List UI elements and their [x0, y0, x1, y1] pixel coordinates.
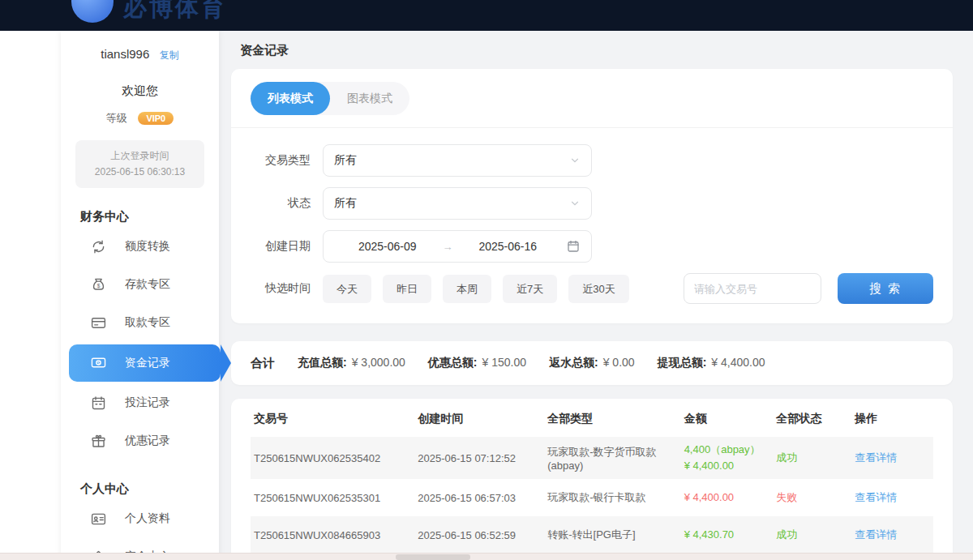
status-badge: 成功 [776, 528, 855, 542]
quick-today-button[interactable]: 今天 [323, 275, 371, 303]
sidebar-item-quota-transfer[interactable]: 额度转换 [61, 228, 219, 266]
vip-level-badge: VIP0 [138, 112, 174, 125]
transaction-time: 2025-06-15 07:12:52 [418, 452, 547, 464]
date-from-value[interactable]: 2025-06-09 [334, 240, 441, 253]
transaction-amount: ¥ 4,430.70 [684, 527, 777, 543]
exchange-icon [90, 238, 107, 255]
transaction-id: T250615NWUX084665903 [251, 529, 418, 541]
transaction-type: 玩家取款-银行卡取款 [547, 490, 684, 505]
status-value: 所有 [334, 196, 357, 211]
date-range-picker[interactable]: 2025-06-09 → 2025-06-16 [323, 230, 592, 263]
sidebar-item-label: 投注记录 [125, 395, 170, 410]
transaction-time: 2025-06-15 06:52:59 [418, 529, 547, 541]
divider [231, 127, 953, 128]
section-personal-title: 个人中心 [80, 481, 219, 497]
col-header-type[interactable]: 全部类型 [547, 412, 684, 426]
table-row: T250615NWUX062535402 2025-06-15 07:12:52… [251, 437, 933, 479]
summary-bar: 合计 充值总额: ¥ 3,000.00 优惠总额: ¥ 150.00 返水总额:… [231, 341, 953, 385]
level-label: 等级 [106, 112, 127, 124]
last-login-label: 上次登录时间 [79, 147, 201, 164]
transaction-type-select[interactable]: 所有 [323, 144, 592, 177]
transaction-id: T250615NWUX062535402 [251, 452, 418, 464]
main-content: 资金记录 列表模式 图表模式 交易类型 所有 [219, 31, 973, 560]
col-header-amount: 金额 [684, 412, 777, 426]
scrollbar-thumb[interactable] [396, 554, 470, 560]
transaction-id: T250615NWUX062535301 [251, 492, 418, 504]
welcome-text: 欢迎您 [61, 83, 219, 99]
summary-promo-total: 优惠总额: ¥ 150.00 [428, 356, 526, 370]
quick-yesterday-button[interactable]: 昨日 [383, 275, 431, 303]
status-label: 状态 [251, 196, 311, 211]
table-row: T250615NWUX084665903 2025-06-15 06:52:59… [251, 516, 933, 554]
sidebar-item-bet-record[interactable]: 投注记录 [61, 384, 219, 422]
sidebar-item-label: 资金记录 [125, 356, 170, 370]
bank-card-icon [90, 314, 107, 331]
last-login-box: 上次登录时间 2025-06-15 06:30:13 [75, 140, 204, 188]
sidebar-item-funds-record[interactable]: $ 资金记录 [69, 344, 221, 382]
sidebar-item-promo-record[interactable]: 优惠记录 [61, 422, 219, 460]
copy-username-button[interactable]: 复制 [160, 49, 179, 61]
col-header-time: 创建时间 [418, 412, 547, 426]
transaction-amount: 4,400（abpay） ¥ 4,400.00 [684, 442, 777, 474]
brand-logo-icon[interactable] [71, 0, 114, 23]
transaction-search-input[interactable] [684, 273, 821, 304]
summary-deposit-total: 充值总额: ¥ 3,000.00 [298, 356, 405, 370]
sidebar-item-profile[interactable]: 个人资料 [61, 500, 219, 538]
banknote-icon: $ [90, 354, 107, 371]
chevron-down-icon [569, 198, 581, 209]
search-button[interactable]: 搜 索 [838, 273, 933, 304]
quick-7days-button[interactable]: 近7天 [503, 275, 557, 303]
summary-rebate-total: 返水总额: ¥ 0.00 [549, 356, 635, 370]
last-login-time: 2025-06-15 06:30:13 [79, 164, 201, 180]
view-details-link[interactable]: 查看详情 [855, 451, 897, 464]
summary-withdraw-total: 提现总额: ¥ 4,400.00 [658, 356, 765, 370]
tab-list-mode[interactable]: 列表模式 [251, 82, 330, 115]
filter-card: 列表模式 图表模式 交易类型 所有 状态 所有 [231, 69, 953, 323]
summary-total-label: 合计 [251, 356, 275, 371]
transaction-time: 2025-06-15 06:57:03 [418, 492, 547, 504]
sidebar-item-withdraw[interactable]: 取款专区 [61, 304, 219, 342]
sidebar-item-label: 存款专区 [125, 277, 170, 292]
status-badge: 成功 [776, 451, 855, 465]
transaction-type-value: 所有 [334, 153, 357, 168]
status-select[interactable]: 所有 [323, 187, 592, 220]
transaction-type: 玩家取款-数字货币取款 (abpay) [547, 445, 684, 472]
table-row: T250615NWUX062535301 2025-06-15 06:57:03… [251, 479, 933, 516]
sidebar-item-label: 取款专区 [125, 315, 170, 330]
status-badge: 失败 [776, 490, 855, 505]
transaction-type-label: 交易类型 [251, 153, 311, 168]
date-to-value[interactable]: 2025-06-16 [455, 240, 562, 253]
transaction-type: 转账-转出[PG电子] [547, 528, 684, 542]
svg-text:$: $ [97, 283, 101, 289]
view-mode-tabs: 列表模式 图表模式 [251, 82, 409, 115]
calendar-icon [566, 239, 581, 254]
view-details-link[interactable]: 查看详情 [855, 528, 897, 541]
top-header: 必博体育 [0, 0, 973, 31]
col-header-id: 交易号 [251, 412, 418, 426]
quick-this-week-button[interactable]: 本周 [443, 275, 491, 303]
sidebar-item-label: 优惠记录 [125, 434, 170, 448]
horizontal-scrollbar[interactable] [0, 553, 973, 560]
sidebar: tiansl996 复制 欢迎您 等级 VIP0 上次登录时间 2025-06-… [61, 31, 219, 560]
transaction-amount: ¥ 4,400.00 [684, 489, 777, 506]
section-finance-title: 财务中心 [80, 209, 219, 224]
tab-chart-mode[interactable]: 图表模式 [330, 82, 409, 115]
calendar-icon [90, 395, 107, 412]
chevron-down-icon [569, 155, 581, 166]
quick-30days-button[interactable]: 近30天 [568, 275, 628, 303]
money-bag-icon: $ [90, 276, 107, 293]
id-card-icon [90, 511, 107, 528]
col-header-status[interactable]: 全部状态 [776, 412, 855, 426]
arrow-right-icon: → [441, 241, 455, 253]
page-title: 资金记录 [219, 31, 973, 69]
records-table: 交易号 创建时间 全部类型 金额 全部状态 操作 T250615NWUX0625… [231, 399, 953, 560]
sidebar-item-label: 个人资料 [125, 511, 170, 526]
app-window: 必博体育 tiansl996 复制 欢迎您 等级 VIP0 上次登录时间 202… [0, 0, 973, 560]
quick-time-label: 快选时间 [251, 281, 311, 296]
left-margin [0, 31, 61, 560]
view-details-link[interactable]: 查看详情 [855, 491, 897, 503]
create-date-label: 创建日期 [251, 239, 311, 254]
brand-name[interactable]: 必博体育 [123, 0, 227, 24]
gift-icon [90, 433, 107, 450]
sidebar-item-deposit[interactable]: $ 存款专区 [61, 266, 219, 304]
